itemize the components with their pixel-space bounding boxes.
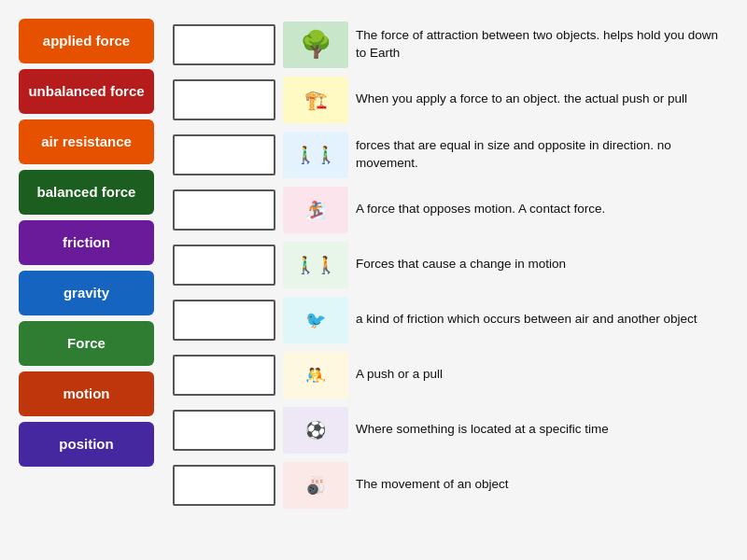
definition-text-def-position: Where something is located at a specific… [356,421,728,438]
term-btn-motion[interactable]: motion [19,371,154,416]
term-btn-balanced-force[interactable]: balanced force [19,170,154,215]
match-row-def-air: 🐦a kind of friction which occurs between… [173,294,728,345]
definition-icon-def-unbalanced: 🚶‍♂️🚶 [283,242,348,288]
answer-box-def-gravity[interactable] [173,24,275,65]
match-row-def-friction-opp: 🏂A force that opposes motion. A contact … [173,184,728,235]
definition-icon-def-balanced: 🚶‍♂️🚶‍♂️ [283,132,348,178]
match-row-def-position: ⚽Where something is located at a specifi… [173,404,728,455]
answer-box-def-motion[interactable] [173,465,275,506]
term-btn-applied-force[interactable]: applied force [19,19,154,63]
answer-box-def-balanced[interactable] [173,134,275,175]
term-btn-friction[interactable]: friction [19,220,154,265]
answer-box-def-unbalanced[interactable] [173,245,275,286]
definition-text-def-force: A push or a pull [356,366,728,383]
definition-text-def-balanced: forces that are equal in size and opposi… [356,137,728,171]
definition-icon-def-air: 🐦 [283,297,348,343]
term-btn-force[interactable]: Force [19,321,154,366]
definition-icon-def-gravity: 🌳 [283,21,348,68]
term-btn-gravity[interactable]: gravity [19,271,154,315]
match-row-def-applied: 🏗️When you apply a force to an object. t… [173,74,728,125]
definition-text-def-motion: The movement of an object [356,476,728,493]
definition-icon-def-motion: 🎳 [283,462,348,509]
match-row-def-force: 🤼A push or a pull [173,349,728,400]
match-row-def-balanced: 🚶‍♂️🚶‍♂️forces that are equal in size an… [173,129,728,180]
definition-text-def-unbalanced: Forces that cause a change in motion [356,256,728,273]
definition-text-def-air: a kind of friction which occurs between … [356,311,728,328]
definitions-column: 🌳The force of attraction between two obj… [173,19,728,511]
definition-icon-def-position: ⚽ [283,407,348,454]
answer-box-def-friction-opp[interactable] [173,189,275,231]
match-row-def-motion: 🎳The movement of an object [173,459,728,511]
definition-text-def-gravity: The force of attraction between two obje… [356,27,728,61]
answer-box-def-position[interactable] [173,410,275,451]
term-btn-position[interactable]: position [19,422,154,467]
answer-box-def-air[interactable] [173,300,275,341]
main-container: applied forceunbalanced forceair resista… [19,19,728,511]
terms-column: applied forceunbalanced forceair resista… [19,19,154,511]
answer-box-def-force[interactable] [173,355,275,396]
definition-icon-def-applied: 🏗️ [283,77,348,123]
match-row-def-gravity: 🌳The force of attraction between two obj… [173,19,728,70]
term-btn-air-resistance[interactable]: air resistance [19,119,154,164]
match-row-def-unbalanced: 🚶‍♂️🚶Forces that cause a change in motio… [173,239,728,290]
definition-text-def-applied: When you apply a force to an object. the… [356,91,728,107]
term-btn-unbalanced-force[interactable]: unbalanced force [19,69,154,114]
definition-icon-def-friction-opp: 🏂 [283,187,348,233]
definition-text-def-friction-opp: A force that opposes motion. A contact f… [356,201,728,217]
definition-icon-def-force: 🤼 [283,352,348,399]
answer-box-def-applied[interactable] [173,79,275,120]
